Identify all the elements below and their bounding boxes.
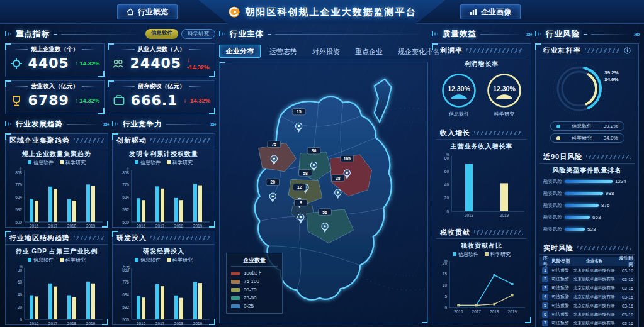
risk-title: 行业风险	[546, 29, 580, 40]
more-arrows-icon[interactable]: »»	[210, 120, 215, 128]
svg-text:2017: 2017	[472, 309, 482, 314]
more-arrows-icon[interactable]: »»	[634, 30, 639, 38]
risk-card: 行业杠杆率 39.2%34.0% 信息软件 39.2%	[535, 43, 639, 327]
gdp-trend-chart[interactable]: %0204060802016201720182019	[6, 263, 108, 326]
table-row[interactable]: 2 司法预警北京启航卓越科技有限公司03-16	[539, 275, 635, 284]
svg-text:2016: 2016	[30, 224, 39, 228]
income-chart-title: 主营业务收入增长率	[436, 142, 527, 151]
realtime-section: 实时风险 序号 风险类型 企业名称 发生时间 1 司法预警北京启航卓越科技有限公…	[536, 241, 638, 327]
table-row[interactable]: 3 司法预警北京启航卓越科技有限公司03-16	[539, 284, 635, 292]
industry-overview-button[interactable]: 行业概览	[117, 4, 178, 19]
svg-text:592: 592	[122, 305, 129, 309]
quality-title: 质量效益	[443, 29, 477, 40]
profit-gauge: 12.30% 信息软件	[441, 72, 477, 118]
gdp-trend-card: 行业地区结构趋势 行业 GDP 占第三产业比例 信息软件科学研究 %020406…	[5, 231, 108, 325]
tag-science-research[interactable]: 科学研究	[181, 29, 215, 39]
table-row[interactable]: 5 司法预警北京启航卓越科技有限公司03-16	[539, 301, 635, 310]
svg-text:5: 5	[444, 294, 447, 299]
realtime-subtitle: 实时风险	[543, 243, 573, 253]
table-row[interactable]: 6 司法预警北京启航卓越科技有限公司03-16	[539, 310, 635, 319]
risk-bar-row: 融资风险 1234	[539, 175, 635, 187]
main-tabs: 企业分布运营态势对外投资重点企业规企变化排名	[219, 43, 428, 58]
svg-text:40: 40	[444, 182, 449, 187]
patent-chart[interactable]: 个5005926847768682016201720182019	[113, 166, 215, 229]
tax-chart[interactable]: %051015202016201720182019	[436, 258, 527, 314]
tax-subtitle: 税收贡献	[440, 228, 470, 237]
chart-legend: 信息软件科学研究	[6, 159, 108, 166]
main-panel-title: 行业主体	[230, 29, 264, 40]
chart-legend: 信息软件科学研究	[113, 257, 215, 263]
svg-text:20: 20	[18, 305, 23, 309]
map-legend-title: 企业数量	[231, 257, 278, 267]
map-legend-item: 100以上	[231, 269, 278, 277]
tag-info-software[interactable]: 信息软件	[145, 29, 178, 39]
risk90-chart-title: 风险类型事件数量排名	[539, 166, 635, 175]
svg-text:80: 80	[444, 156, 449, 160]
section-bars-icon	[112, 120, 119, 128]
svg-text:12: 12	[297, 185, 302, 189]
kpi-delta: ↑ 14.32%	[75, 97, 100, 104]
kpi-value: 666.1	[131, 92, 178, 108]
svg-text:0: 0	[444, 306, 447, 310]
chart-title: 规上企业数量集聚趋势	[6, 150, 108, 158]
tab-1[interactable]: 运营态势	[263, 46, 303, 58]
trophy-icon	[10, 94, 23, 107]
center-column: 行业主体 – 企业分布运营态势对外投资重点企业规企变化排名	[219, 28, 428, 323]
income-subtitle: 收入增长	[440, 128, 470, 138]
rnd-chart[interactable]: 万元5005926847768682016201720182019	[113, 263, 215, 326]
svg-text:39.2%: 39.2%	[604, 70, 619, 75]
leverage-gauge[interactable]: 39.2%34.0%	[539, 57, 635, 120]
section-bars-icon	[432, 30, 439, 38]
svg-text:36: 36	[312, 148, 317, 153]
main-section-header: 行业主体 –	[219, 28, 428, 40]
svg-text:75: 75	[272, 142, 277, 147]
svg-text:2016: 2016	[137, 224, 146, 228]
chart-legend: 信息软件科学研究	[6, 257, 108, 263]
tab-2[interactable]: 对外投资	[306, 46, 346, 58]
legend-item: 科学研究	[60, 159, 86, 166]
people-icon	[112, 57, 124, 70]
table-row[interactable]: 4 司法预警北京启航卓越科技有限公司03-16	[539, 292, 635, 301]
enterprise-profile-button[interactable]: 企业画像	[460, 4, 521, 19]
svg-text:2019: 2019	[508, 309, 517, 314]
svg-text:684: 684	[15, 195, 22, 199]
cluster-trend-chart[interactable]: 个5005926847768682016201720182019	[6, 166, 108, 229]
more-arrows-icon[interactable]: »»	[103, 120, 108, 128]
risk-bar-row: 融资风险 876	[539, 199, 635, 211]
kpi-card-revenue: 营业收入（亿元） 6789 ↑ 14.32%	[5, 80, 105, 114]
risk90-section: 近90日风险 风险类型事件数量排名 融资风险 1234 融资风险 988 融资风…	[536, 150, 638, 235]
profit-gauges[interactable]: 12.30% 信息软件 12.30% 科学研究	[436, 72, 527, 118]
section-bars-icon	[535, 30, 542, 38]
more-arrows-icon[interactable]: »»	[526, 30, 531, 38]
svg-text:868: 868	[15, 170, 22, 175]
income-chart[interactable]: %02040608020182019	[436, 152, 527, 218]
svg-text:60: 60	[18, 280, 23, 284]
rnd-subtitle: 研发投入	[116, 233, 147, 243]
chart-legend: 信息软件科学研究	[113, 159, 215, 166]
trend-section-header: 行业发展趋势 »»	[5, 118, 108, 130]
svg-text:40: 40	[18, 292, 23, 297]
income-section: 收入增长 主营业务收入增长率 %02040608020182019	[432, 126, 531, 218]
hatch-decor	[466, 48, 523, 53]
svg-text:2018: 2018	[174, 321, 184, 326]
svg-text:2018: 2018	[67, 224, 77, 228]
enterprise-profile-label: 企业画像	[481, 7, 511, 18]
info-icon[interactable]	[624, 47, 631, 54]
table-row[interactable]: 7 司法预警北京启航卓越科技有限公司03-16	[539, 319, 635, 327]
tab-0[interactable]: 企业分布	[219, 45, 261, 58]
risk-bar-row: 融资风险 653	[539, 211, 635, 223]
hatch-decor	[474, 230, 523, 235]
chart-title: 行业 GDP 占第三产业比例	[6, 247, 108, 256]
hatch-decor	[586, 155, 631, 159]
tab-3[interactable]: 重点企业	[349, 46, 389, 58]
legend-item: 科学研究	[167, 159, 193, 166]
risk90-bars[interactable]: 融资风险 1234 融资风险 988 融资风险 876 融资风险 653 融资风…	[539, 175, 635, 235]
svg-text:2019: 2019	[193, 321, 203, 326]
legend-item: 科学研究	[167, 257, 193, 263]
innovation-card: 创新驱动 发明专利累计授权数量 信息软件科学研究 个50059268477686…	[112, 133, 215, 228]
quality-column: 质量效益 »» 利润率 利润增长率 12.30% 信息软件 12.30% 科学研…	[432, 28, 531, 323]
page-title: 朝阳区科创规上企业大数据监测平台	[246, 6, 417, 18]
map-legend-item: 25-50	[231, 294, 278, 302]
kpi-label: 营业收入（亿元）	[9, 82, 100, 91]
kpi-delta: ↑ 14.32%	[75, 60, 100, 67]
